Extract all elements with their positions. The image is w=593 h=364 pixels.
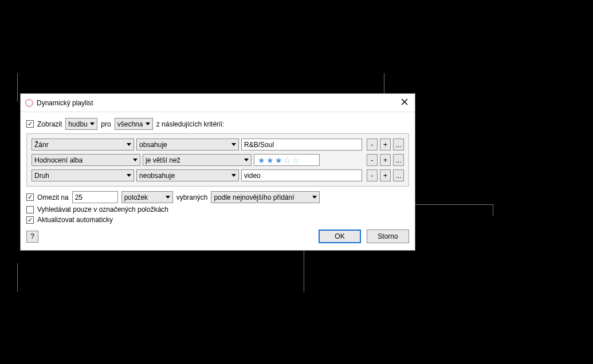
star-empty-icon: ☆ <box>284 156 291 165</box>
star-icon: ★ <box>266 156 274 165</box>
add-rule-button[interactable]: + <box>380 154 391 166</box>
only-checked-label: Vyhledávat pouze v označených položkách <box>37 205 168 213</box>
media-select[interactable]: hudbu <box>65 118 97 130</box>
rule-value-input[interactable] <box>241 169 362 181</box>
nest-rule-button[interactable]: ... <box>393 169 404 181</box>
match-checkbox[interactable] <box>26 120 34 128</box>
app-icon <box>25 99 33 107</box>
callout-line <box>17 263 18 292</box>
live-update-checkbox[interactable] <box>26 216 34 224</box>
callout-line <box>17 73 18 102</box>
limit-checkbox[interactable] <box>26 193 34 201</box>
titlebar: Dynamický playlist <box>21 94 415 112</box>
rule-field-select[interactable]: Druh <box>32 169 134 181</box>
only-checked-row: Vyhledávat pouze v označených položkách <box>26 205 409 213</box>
rule-field-select[interactable]: Hodnocení alba <box>32 154 140 166</box>
callout-line <box>493 204 493 216</box>
rule-operator-select[interactable]: je větší než <box>143 154 252 166</box>
only-checked-checkbox[interactable] <box>26 206 34 213</box>
live-update-label: Aktualizovat automaticky <box>37 216 113 224</box>
match-mode-select[interactable]: všechna <box>115 118 153 130</box>
limit-unit-select[interactable]: položek <box>121 191 173 203</box>
star-empty-icon: ☆ <box>292 156 300 165</box>
add-rule-button[interactable]: + <box>380 169 391 181</box>
nest-rule-button[interactable]: ... <box>393 139 404 151</box>
match-row: Zobrazit hudbu pro všechna z následující… <box>26 118 409 130</box>
window-title: Dynamický playlist <box>37 99 93 107</box>
limit-label: Omezit na <box>37 193 69 201</box>
following-label: z následujících kritérií: <box>156 120 225 128</box>
star-icon: ★ <box>275 156 282 165</box>
help-button[interactable]: ? <box>26 231 38 243</box>
selected-label: vybraných <box>176 193 208 201</box>
limit-value-input[interactable] <box>72 191 118 203</box>
rule-stars-input[interactable]: ★ ★ ★ ☆ ☆ <box>254 154 320 166</box>
close-icon <box>401 98 408 105</box>
rule-operator-select[interactable]: neobsahuje <box>136 169 239 181</box>
rules-container: Žánr obsahuje - + ... Hodnocení alba je … <box>26 133 409 187</box>
remove-rule-button[interactable]: - <box>367 169 378 181</box>
rule-operator-select[interactable]: obsahuje <box>136 139 239 151</box>
cancel-button[interactable]: Storno <box>367 230 409 243</box>
rule-value-input[interactable] <box>241 139 362 151</box>
show-label: Zobrazit <box>37 120 62 128</box>
for-label: pro <box>101 120 111 128</box>
live-update-row: Aktualizovat automaticky <box>26 216 409 224</box>
rule-row: Žánr obsahuje - + ... <box>32 139 404 151</box>
smart-playlist-dialog: Dynamický playlist Zobrazit hudbu pro vš… <box>20 93 415 251</box>
remove-rule-button[interactable]: - <box>367 139 378 151</box>
rule-row: Druh neobsahuje - + ... <box>32 169 404 181</box>
dialog-footer: ? OK Storno <box>26 230 409 243</box>
close-button[interactable] <box>399 97 410 108</box>
remove-rule-button[interactable]: - <box>367 154 378 166</box>
ok-button[interactable]: OK <box>319 230 361 243</box>
rule-field-select[interactable]: Žánr <box>32 139 134 151</box>
limit-row: Omezit na položek vybraných podle nejnov… <box>26 191 409 203</box>
add-rule-button[interactable]: + <box>380 139 391 151</box>
limit-by-select[interactable]: podle nejnovějšího přidání <box>211 191 320 203</box>
star-icon: ★ <box>258 156 265 165</box>
nest-rule-button[interactable]: ... <box>393 154 404 166</box>
rule-row: Hodnocení alba je větší než ★ ★ ★ ☆ ☆ - … <box>32 154 404 166</box>
